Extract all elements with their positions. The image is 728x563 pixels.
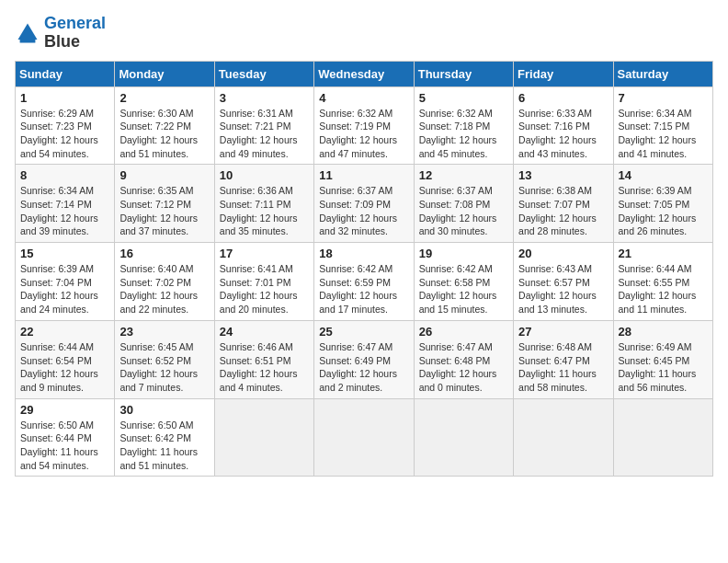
svg-marker-0 [18, 23, 38, 40]
calendar-cell: 24Sunrise: 6:46 AMSunset: 6:51 PMDayligh… [214, 320, 313, 398]
weekday-header: Thursday [414, 61, 513, 86]
weekday-header-row: SundayMondayTuesdayWednesdayThursdayFrid… [16, 61, 713, 86]
day-number: 1 [20, 91, 109, 105]
day-number: 20 [518, 247, 608, 260]
day-number: 21 [619, 247, 708, 260]
svg-rect-1 [20, 40, 36, 43]
day-info: Sunrise: 6:47 AMSunset: 6:49 PMDaylight:… [319, 340, 408, 395]
day-info: Sunrise: 6:49 AMSunset: 6:45 PMDaylight:… [619, 340, 708, 395]
day-info: Sunrise: 6:40 AMSunset: 7:02 PMDaylight:… [119, 262, 209, 316]
calendar-cell [613, 398, 712, 477]
day-number: 17 [220, 247, 309, 260]
calendar-cell: 2Sunrise: 6:30 AMSunset: 7:22 PMDaylight… [115, 86, 214, 165]
calendar-cell: 7Sunrise: 6:34 AMSunset: 7:15 PMDaylight… [613, 86, 712, 165]
day-info: Sunrise: 6:30 AMSunset: 7:22 PMDaylight:… [119, 107, 209, 161]
calendar-cell: 21Sunrise: 6:44 AMSunset: 6:55 PMDayligh… [613, 243, 712, 321]
calendar-cell: 25Sunrise: 6:47 AMSunset: 6:49 PMDayligh… [314, 320, 414, 398]
calendar-week-row: 15Sunrise: 6:39 AMSunset: 7:04 PMDayligh… [16, 243, 713, 321]
page-header: General Blue [15, 15, 713, 52]
logo-text: General Blue [44, 15, 106, 52]
day-number: 30 [119, 403, 209, 417]
day-info: Sunrise: 6:48 AMSunset: 6:47 PMDaylight:… [518, 340, 608, 395]
calendar-table: SundayMondayTuesdayWednesdayThursdayFrid… [15, 61, 713, 477]
day-number: 23 [119, 325, 209, 339]
day-number: 5 [419, 91, 508, 105]
calendar-cell: 27Sunrise: 6:48 AMSunset: 6:47 PMDayligh… [514, 320, 613, 398]
weekday-header: Sunday [16, 61, 115, 86]
day-info: Sunrise: 6:36 AMSunset: 7:11 PMDaylight:… [220, 184, 309, 238]
logo-icon [15, 20, 40, 46]
day-info: Sunrise: 6:32 AMSunset: 7:19 PMDaylight:… [319, 107, 408, 161]
calendar-cell: 10Sunrise: 6:36 AMSunset: 7:11 PMDayligh… [214, 165, 313, 243]
calendar-cell: 23Sunrise: 6:45 AMSunset: 6:52 PMDayligh… [115, 320, 214, 398]
calendar-week-row: 22Sunrise: 6:44 AMSunset: 6:54 PMDayligh… [16, 320, 713, 398]
day-number: 24 [220, 325, 309, 339]
day-info: Sunrise: 6:34 AMSunset: 7:14 PMDaylight:… [20, 184, 109, 238]
day-info: Sunrise: 6:39 AMSunset: 7:05 PMDaylight:… [619, 184, 708, 238]
day-info: Sunrise: 6:32 AMSunset: 7:18 PMDaylight:… [419, 107, 508, 161]
calendar-cell: 4Sunrise: 6:32 AMSunset: 7:19 PMDaylight… [314, 86, 414, 165]
calendar-cell: 3Sunrise: 6:31 AMSunset: 7:21 PMDaylight… [214, 86, 313, 165]
day-info: Sunrise: 6:31 AMSunset: 7:21 PMDaylight:… [220, 107, 309, 161]
day-number: 18 [319, 247, 408, 260]
calendar-cell: 15Sunrise: 6:39 AMSunset: 7:04 PMDayligh… [16, 243, 115, 321]
weekday-header: Wednesday [314, 61, 414, 86]
calendar-cell: 18Sunrise: 6:42 AMSunset: 6:59 PMDayligh… [314, 243, 414, 321]
weekday-header: Saturday [613, 61, 712, 86]
day-info: Sunrise: 6:41 AMSunset: 7:01 PMDaylight:… [220, 262, 309, 316]
day-info: Sunrise: 6:33 AMSunset: 7:16 PMDaylight:… [518, 107, 608, 161]
calendar-cell: 11Sunrise: 6:37 AMSunset: 7:09 PMDayligh… [314, 165, 414, 243]
day-info: Sunrise: 6:34 AMSunset: 7:15 PMDaylight:… [619, 107, 708, 161]
day-number: 12 [419, 168, 508, 182]
day-info: Sunrise: 6:42 AMSunset: 6:58 PMDaylight:… [419, 262, 508, 316]
day-number: 3 [220, 91, 309, 105]
calendar-cell: 22Sunrise: 6:44 AMSunset: 6:54 PMDayligh… [16, 320, 115, 398]
day-info: Sunrise: 6:43 AMSunset: 6:57 PMDaylight:… [518, 262, 608, 316]
day-info: Sunrise: 6:35 AMSunset: 7:12 PMDaylight:… [119, 184, 209, 238]
calendar-cell: 30Sunrise: 6:50 AMSunset: 6:42 PMDayligh… [115, 398, 214, 477]
day-number: 25 [319, 325, 408, 339]
day-number: 13 [518, 168, 608, 182]
day-info: Sunrise: 6:44 AMSunset: 6:54 PMDaylight:… [20, 340, 109, 395]
calendar-cell: 9Sunrise: 6:35 AMSunset: 7:12 PMDaylight… [115, 165, 214, 243]
calendar-cell [314, 398, 414, 477]
day-number: 27 [518, 325, 608, 339]
day-number: 11 [319, 168, 408, 182]
calendar-cell [414, 398, 513, 477]
day-info: Sunrise: 6:29 AMSunset: 7:23 PMDaylight:… [20, 107, 109, 161]
calendar-cell [214, 398, 313, 477]
day-number: 8 [20, 168, 109, 182]
day-number: 14 [619, 168, 708, 182]
calendar-cell: 20Sunrise: 6:43 AMSunset: 6:57 PMDayligh… [514, 243, 613, 321]
calendar-cell: 12Sunrise: 6:37 AMSunset: 7:08 PMDayligh… [414, 165, 513, 243]
day-number: 19 [419, 247, 508, 260]
calendar-cell: 13Sunrise: 6:38 AMSunset: 7:07 PMDayligh… [514, 165, 613, 243]
day-info: Sunrise: 6:50 AMSunset: 6:44 PMDaylight:… [20, 419, 109, 473]
calendar-cell: 16Sunrise: 6:40 AMSunset: 7:02 PMDayligh… [115, 243, 214, 321]
calendar-cell: 8Sunrise: 6:34 AMSunset: 7:14 PMDaylight… [16, 165, 115, 243]
day-number: 22 [20, 325, 109, 339]
calendar-cell: 19Sunrise: 6:42 AMSunset: 6:58 PMDayligh… [414, 243, 513, 321]
day-number: 6 [518, 91, 608, 105]
calendar-body: 1Sunrise: 6:29 AMSunset: 7:23 PMDaylight… [16, 86, 713, 477]
calendar-cell: 6Sunrise: 6:33 AMSunset: 7:16 PMDaylight… [514, 86, 613, 165]
weekday-header: Tuesday [214, 61, 313, 86]
day-info: Sunrise: 6:37 AMSunset: 7:08 PMDaylight:… [419, 184, 508, 238]
day-info: Sunrise: 6:37 AMSunset: 7:09 PMDaylight:… [319, 184, 408, 238]
day-info: Sunrise: 6:42 AMSunset: 6:59 PMDaylight:… [319, 262, 408, 316]
day-number: 15 [20, 247, 109, 260]
day-info: Sunrise: 6:44 AMSunset: 6:55 PMDaylight:… [619, 262, 708, 316]
day-number: 16 [119, 247, 209, 260]
weekday-header: Monday [115, 61, 214, 86]
day-info: Sunrise: 6:50 AMSunset: 6:42 PMDaylight:… [119, 419, 209, 473]
calendar-week-row: 8Sunrise: 6:34 AMSunset: 7:14 PMDaylight… [16, 165, 713, 243]
day-info: Sunrise: 6:45 AMSunset: 6:52 PMDaylight:… [119, 340, 209, 395]
calendar-cell: 1Sunrise: 6:29 AMSunset: 7:23 PMDaylight… [16, 86, 115, 165]
calendar-cell: 17Sunrise: 6:41 AMSunset: 7:01 PMDayligh… [214, 243, 313, 321]
day-info: Sunrise: 6:38 AMSunset: 7:07 PMDaylight:… [518, 184, 608, 238]
day-info: Sunrise: 6:39 AMSunset: 7:04 PMDaylight:… [20, 262, 109, 316]
day-number: 28 [619, 325, 708, 339]
calendar-week-row: 29Sunrise: 6:50 AMSunset: 6:44 PMDayligh… [16, 398, 713, 477]
calendar-cell: 28Sunrise: 6:49 AMSunset: 6:45 PMDayligh… [613, 320, 712, 398]
calendar-cell [514, 398, 613, 477]
